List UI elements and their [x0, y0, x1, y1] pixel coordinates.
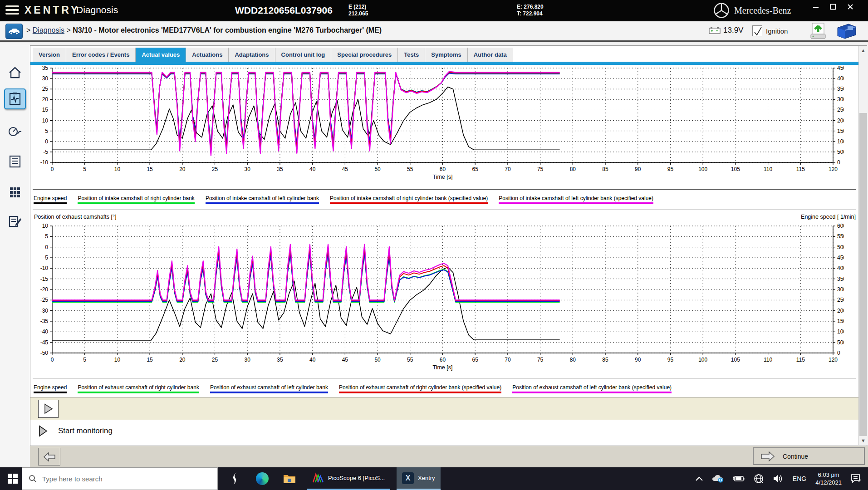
series-line: [52, 74, 560, 147]
taskbar-app-edge[interactable]: [252, 467, 272, 490]
sidebar-item-keypad[interactable]: [4, 182, 26, 203]
continue-button[interactable]: Continue: [753, 447, 865, 465]
tab-control-unit-log[interactable]: Control unit log: [275, 48, 332, 62]
sidebar-item-diagnosis[interactable]: [4, 88, 26, 109]
taskbar-clock[interactable]: 6:03 pm 4/12/2021: [815, 471, 842, 486]
chart2-left-axis-title: Position of exhaust camshafts [°]: [34, 214, 116, 220]
play-button[interactable]: [38, 400, 59, 418]
svg-text:-40: -40: [40, 328, 49, 335]
continue-label: Continue: [783, 453, 808, 460]
start-monitoring-button[interactable]: Start monitoring: [38, 425, 113, 437]
xentry-label: Xentry: [418, 475, 435, 481]
tab-tests[interactable]: Tests: [398, 48, 425, 62]
close-button[interactable]: [847, 3, 854, 10]
svg-text:2000: 2000: [837, 308, 844, 314]
sidebar-item-home[interactable]: [4, 62, 26, 83]
svg-text:35: 35: [277, 357, 283, 363]
search-input[interactable]: [42, 475, 192, 483]
back-button[interactable]: [38, 448, 60, 466]
onedrive-sync-icon[interactable]: [712, 475, 724, 483]
app-subtitle: Diagnosis: [76, 5, 118, 15]
svg-text:0: 0: [837, 350, 840, 356]
svg-text:120: 120: [829, 357, 838, 363]
svg-text:120: 120: [829, 166, 838, 172]
svg-text:65: 65: [472, 166, 479, 172]
print-export-icon: [809, 22, 828, 40]
vehicle-quick-test-button[interactable]: [5, 24, 23, 39]
svg-text:90: 90: [635, 166, 641, 172]
sidebar-item-vehicle[interactable]: [4, 121, 26, 142]
sidebar-item-reports[interactable]: [4, 151, 26, 172]
svg-text:55: 55: [407, 166, 413, 172]
svg-text:85: 85: [602, 357, 608, 363]
scroll-down-button[interactable]: ▼: [859, 436, 868, 445]
intake-chart-legend: Engine speedPosition of intake camshaft …: [34, 195, 653, 204]
svg-text:-20: -20: [40, 286, 49, 293]
car-icon: [8, 28, 20, 35]
svg-text:3000: 3000: [837, 96, 844, 103]
breadcrumb-chevron: >: [26, 26, 33, 34]
svg-text:10: 10: [42, 118, 49, 124]
svg-text:4000: 4000: [837, 265, 844, 271]
battery-tray-icon[interactable]: [733, 475, 745, 482]
bottom-nav-bar: [30, 446, 868, 467]
action-center-icon[interactable]: [851, 474, 862, 484]
legend-item: Position of intake camshaft of left cyli…: [206, 195, 319, 204]
battery-voltage-value: 13.9V: [723, 26, 743, 35]
legend-item: Position of intake camshaft of right cyl…: [330, 195, 488, 204]
legend-item: Position of intake camshaft of left cyli…: [499, 195, 653, 204]
taskbar-search[interactable]: [22, 467, 218, 490]
hamburger-menu-icon[interactable]: [5, 5, 19, 15]
svg-text:50: 50: [374, 166, 381, 172]
clock-time: 6:03 pm: [815, 471, 842, 479]
svg-text:95: 95: [667, 357, 674, 363]
taskbar-app-picoscope[interactable]: PicoScope 6 [PicoS...: [307, 467, 390, 490]
ignition-label: Ignition: [766, 27, 788, 35]
documentation-button[interactable]: [835, 22, 858, 42]
tab-symptoms[interactable]: Symptoms: [425, 48, 467, 62]
tab-author-data[interactable]: Author data: [468, 48, 513, 62]
sidebar-item-protocol[interactable]: [4, 211, 26, 232]
minimize-button[interactable]: [812, 3, 819, 10]
svg-text:65: 65: [472, 357, 479, 363]
taskbar-app-lightning[interactable]: [225, 467, 245, 490]
svg-text:100: 100: [698, 357, 707, 363]
chart2-right-axis-title: Engine speed [ 1/min]: [785, 214, 856, 220]
svg-text:4500: 4500: [837, 255, 844, 261]
taskbar-app-explorer[interactable]: [280, 467, 299, 490]
svg-text:90: 90: [635, 357, 641, 363]
maximize-button[interactable]: [829, 3, 837, 10]
svg-text:40: 40: [309, 166, 316, 172]
vertical-scrollbar[interactable]: ▲ ▼: [858, 46, 867, 445]
svg-text:110: 110: [764, 357, 772, 363]
svg-text:115: 115: [796, 166, 805, 172]
svg-text:-10: -10: [40, 159, 49, 166]
language-indicator[interactable]: ENG: [793, 475, 806, 482]
svg-text:85: 85: [602, 166, 608, 172]
tray-expand-icon[interactable]: [696, 476, 703, 481]
svg-text:Time [s]: Time [s]: [433, 174, 453, 180]
title-bar: XENTRY Diagnosis WDD2120656L037906 E (21…: [0, 0, 868, 21]
breadcrumb-link-diagnosis[interactable]: Diagnosis: [33, 26, 64, 34]
tab-version[interactable]: Version: [33, 48, 66, 62]
network-globe-icon[interactable]: [754, 474, 764, 484]
ignition-checkbox[interactable]: [752, 25, 762, 36]
tab-actual-values[interactable]: Actual values: [136, 48, 186, 62]
svg-text:30: 30: [42, 75, 49, 82]
tab-error-codes-events[interactable]: Error codes / Events: [66, 48, 136, 62]
taskbar-app-xentry[interactable]: X Xentry: [397, 467, 441, 490]
export-report-button[interactable]: [809, 22, 828, 42]
scrollbar-thumb[interactable]: [859, 113, 867, 436]
svg-text:75: 75: [537, 166, 544, 172]
svg-text:80: 80: [570, 357, 576, 363]
tab-actuations[interactable]: Actuations: [186, 48, 229, 62]
tab-special-procedures[interactable]: Special procedures: [331, 48, 398, 62]
svg-text:0: 0: [837, 159, 840, 166]
volume-icon[interactable]: [773, 474, 784, 483]
windows-start-button[interactable]: [4, 467, 22, 490]
svg-text:1500: 1500: [837, 128, 844, 134]
tab-adaptations[interactable]: Adaptations: [229, 48, 275, 62]
svg-text:3000: 3000: [837, 286, 844, 293]
svg-text:-30: -30: [40, 308, 49, 314]
scroll-up-button[interactable]: ▲: [859, 46, 868, 55]
